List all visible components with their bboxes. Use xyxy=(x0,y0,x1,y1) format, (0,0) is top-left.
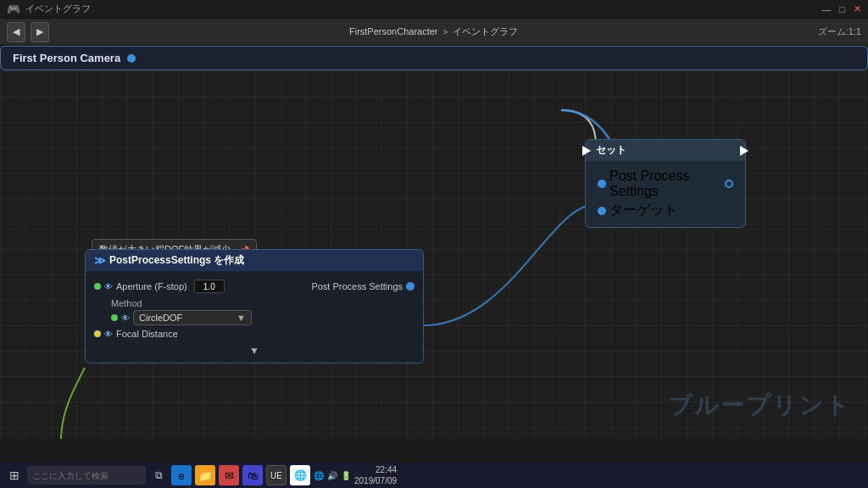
time-display: 22:44 xyxy=(354,464,397,475)
taskbar-system-icons: 🌐 🔊 🔋 22:44 2019/07/09 xyxy=(314,464,397,486)
camera-node-label: First Person Camera xyxy=(13,52,120,64)
title-bar-right: — □ ✕ xyxy=(821,3,861,14)
pps-focal-left-pin[interactable] xyxy=(94,330,101,337)
taskbar-network-icon: 🌐 xyxy=(314,471,324,480)
taskbar-explorer-icon[interactable]: 📁 xyxy=(195,465,215,485)
dropdown-arrow-icon: ▼ xyxy=(236,313,246,323)
pps-focal-eye-icon[interactable]: 👁 xyxy=(104,330,113,339)
maximize-btn[interactable]: □ xyxy=(839,4,845,14)
app-icon: 🎮 xyxy=(7,3,20,15)
taskbar-ue4-icon[interactable]: UE xyxy=(266,465,287,485)
pps-focal-row: 👁 Focal Distance xyxy=(94,329,415,339)
node-set[interactable]: セット Post Process Settings ターゲット xyxy=(585,139,746,228)
pps-method-value: CircleDOF xyxy=(139,313,182,323)
forward-button[interactable]: ▶ xyxy=(31,22,49,42)
pps-node-header: ≫ PostProcessSettings を作成 xyxy=(86,250,423,271)
pps-output-pin[interactable] xyxy=(406,282,415,291)
taskbar: ⊞ ⧉ e 📁 ✉ 🛍 UE 🌐 🌐 🔊 🔋 22:44 2019/07/09 xyxy=(0,463,868,488)
title-bar-left: 🎮 イベントグラフ xyxy=(7,3,91,15)
pps-aperture-label: Aperture (F-stop) xyxy=(116,281,187,291)
pps-method-container: Method 👁 CircleDOF ▼ xyxy=(111,298,415,325)
pps-aperture-input[interactable] xyxy=(194,280,225,293)
pps-aperture-row: 👁 Aperture (F-stop) Post Process Setting… xyxy=(94,280,415,293)
set-target-row: ターゲット xyxy=(594,202,737,219)
pps-focal-label: Focal Distance xyxy=(116,329,178,339)
pps-output-label: Post Process Settings xyxy=(311,281,403,291)
taskbar-time: 22:44 2019/07/09 xyxy=(354,464,397,486)
pps-method-left-pin[interactable] xyxy=(111,314,118,321)
node-post-process-settings[interactable]: ≫ PostProcessSettings を作成 👁 Aperture (F-… xyxy=(85,249,424,363)
set-pps-output-pin[interactable] xyxy=(725,180,733,188)
pps-method-eye-icon[interactable]: 👁 xyxy=(121,313,130,323)
back-button[interactable]: ◀ xyxy=(7,22,25,42)
zoom-level: ズーム:1:1 xyxy=(818,25,861,38)
taskbar-volume-icon: 🔊 xyxy=(327,471,337,480)
pps-method-dropdown[interactable]: CircleDOF ▼ xyxy=(133,310,252,325)
pps-icon: ≫ xyxy=(94,254,106,267)
toolbar: ◀ ▶ FirstPersonCharacter ＞ イベントグラフ ズーム:1… xyxy=(0,19,868,46)
set-target-input-pin[interactable] xyxy=(598,207,606,215)
set-pps-label: Post Process Settings xyxy=(609,169,725,199)
minimize-btn[interactable]: — xyxy=(821,4,831,14)
set-node-header: セット xyxy=(586,140,745,161)
taskbar-search-input[interactable] xyxy=(27,466,146,485)
taskbar-task-view-icon[interactable]: ⧉ xyxy=(149,466,168,485)
set-exec-out-pin[interactable] xyxy=(740,146,748,156)
tab-label: イベントグラフ xyxy=(25,3,91,15)
taskbar-chrome-icon[interactable]: 🌐 xyxy=(290,465,310,485)
taskbar-edge-icon[interactable]: e xyxy=(171,465,192,485)
blueprint-canvas[interactable]: First Person Camera セット Post Process Set… xyxy=(0,46,868,439)
pps-method-row: 👁 CircleDOF ▼ xyxy=(111,310,415,325)
pps-expand-icon[interactable]: ▼ xyxy=(249,345,259,357)
pps-expand-row: ▼ xyxy=(94,342,415,358)
taskbar-start-icon[interactable]: ⊞ xyxy=(5,466,24,485)
title-bar: 🎮 イベントグラフ — □ ✕ xyxy=(0,0,868,19)
set-exec-in-pin[interactable] xyxy=(582,146,591,156)
pps-node-body: 👁 Aperture (F-stop) Post Process Setting… xyxy=(86,271,423,363)
pps-aperture-left-pin[interactable] xyxy=(94,283,101,290)
breadcrumb: FirstPersonCharacter ＞ イベントグラフ xyxy=(54,25,813,38)
set-pps-row: Post Process Settings xyxy=(594,169,737,199)
set-node-body: Post Process Settings ターゲット xyxy=(586,161,745,227)
pps-method-label-text: Method xyxy=(111,298,415,308)
pps-header-label: PostProcessSettings を作成 xyxy=(109,253,244,268)
set-pps-input-pin[interactable] xyxy=(598,180,606,188)
taskbar-store-icon[interactable]: 🛍 xyxy=(242,465,263,485)
camera-output-pin[interactable] xyxy=(127,54,136,63)
blueprint-watermark: ブループリント xyxy=(668,390,851,422)
set-target-label: ターゲット xyxy=(609,202,677,219)
set-header-label: セット xyxy=(596,143,626,158)
taskbar-battery-icon: 🔋 xyxy=(341,471,351,480)
pps-aperture-eye-icon[interactable]: 👁 xyxy=(104,282,113,291)
close-btn[interactable]: ✕ xyxy=(854,3,861,14)
taskbar-mail-icon[interactable]: ✉ xyxy=(219,465,239,485)
node-first-person-camera[interactable]: First Person Camera xyxy=(0,46,868,70)
date-display: 2019/07/09 xyxy=(354,475,397,486)
